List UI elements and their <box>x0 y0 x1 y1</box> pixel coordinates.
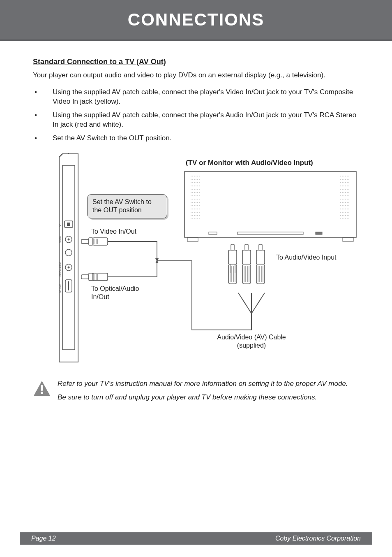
svg-rect-74 <box>259 244 262 250</box>
page-title: CONNECTIONS <box>128 10 264 30</box>
svg-rect-66 <box>231 244 234 250</box>
note-line: Be sure to turn off and unplug your play… <box>58 393 348 402</box>
svg-rect-75 <box>256 250 265 264</box>
svg-rect-61 <box>209 232 217 234</box>
warning-icon <box>33 379 51 398</box>
svg-rect-63 <box>316 232 322 234</box>
section-intro: Your player can output audio and video t… <box>33 71 359 79</box>
svg-rect-32 <box>184 172 356 237</box>
bullet-text: Using the supplied AV patch cable, conne… <box>53 111 359 130</box>
list-item: • Using the supplied AV patch cable, con… <box>33 111 359 130</box>
note-block: Refer to your TV's instruction manual fo… <box>33 379 359 406</box>
cable-caption: Audio/Video (AV) Cable (supplied) <box>198 333 305 350</box>
page-footer: Page 12 Coby Electronics Corporation <box>20 532 372 545</box>
connection-diagram: DC VIDEO OPTICAL/AUDIO VOLUME Set the <box>34 153 358 367</box>
list-item: • Set the AV Switch to the OUT position. <box>33 134 359 143</box>
bullet-dot: • <box>33 111 53 120</box>
content-area: Standard Connection to a TV (AV Out) You… <box>0 41 392 406</box>
section-heading: Standard Connection to a TV (AV Out) <box>33 58 359 66</box>
cable-caption-line1: Audio/Video (AV) Cable <box>217 334 286 341</box>
bullet-list: • Using the supplied AV patch cable, con… <box>33 88 359 143</box>
svg-rect-76 <box>256 264 265 284</box>
note-text: Refer to your TV's instruction manual fo… <box>58 379 348 406</box>
footer-company: Coby Electronics Corporation <box>275 535 361 542</box>
rca-plugs-icon <box>227 244 276 294</box>
svg-rect-72 <box>242 250 251 264</box>
list-item: • Using the supplied AV patch cable, con… <box>33 88 359 107</box>
tv-title-label: (TV or Monitor with Audio/Video Input) <box>186 159 313 167</box>
svg-line-31 <box>251 293 265 313</box>
label-av-input: To Audio/Video Input <box>276 253 342 262</box>
svg-point-91 <box>41 392 43 394</box>
svg-rect-64 <box>187 237 198 241</box>
svg-rect-71 <box>245 244 248 250</box>
tv-monitor <box>184 171 357 243</box>
cable-caption-line2: (supplied) <box>237 342 266 349</box>
note-line: Refer to your TV's instruction manual fo… <box>58 379 348 389</box>
footer-page-number: Page 12 <box>31 535 56 542</box>
svg-rect-73 <box>242 264 251 284</box>
bullet-text: Set the AV Switch to the OUT position. <box>53 134 359 143</box>
bullet-dot: • <box>33 134 53 143</box>
svg-rect-62 <box>238 232 303 234</box>
bullet-text: Using the supplied AV patch cable, conne… <box>53 88 359 107</box>
svg-rect-65 <box>343 237 353 241</box>
svg-rect-67 <box>228 250 237 264</box>
svg-rect-70 <box>228 264 237 284</box>
svg-line-29 <box>238 293 251 313</box>
bullet-dot: • <box>33 88 53 97</box>
svg-rect-90 <box>41 385 43 391</box>
page-header: CONNECTIONS <box>0 0 392 41</box>
